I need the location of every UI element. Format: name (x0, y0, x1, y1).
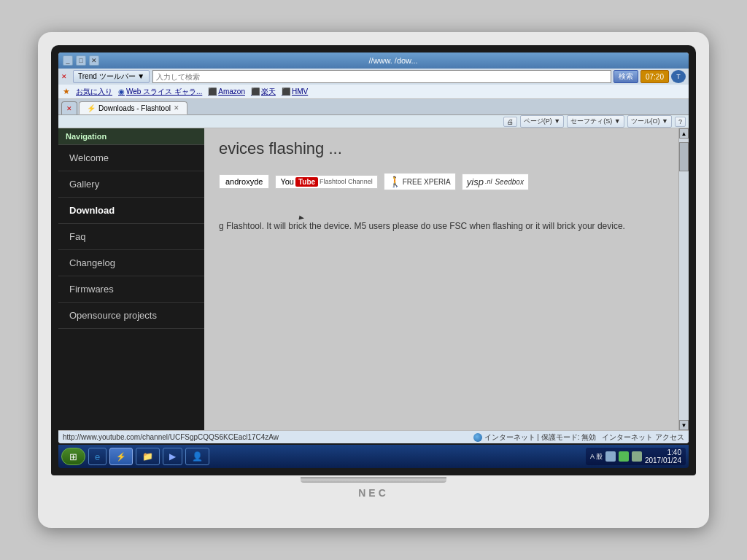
scrollbar-track[interactable] (679, 139, 689, 420)
sidebar-title: Navigation (58, 128, 204, 145)
tab-close-icon[interactable]: ✕ (174, 104, 179, 112)
taskbar-app-folder[interactable]: 📁 (136, 448, 160, 465)
sidebar-item-firmwares[interactable]: Firmwares (58, 276, 204, 303)
media-taskbar-icon: ▶ (169, 451, 176, 462)
flashtool-taskbar-icon: ⚡ (116, 452, 126, 462)
windows-logo-icon: ⊞ (69, 451, 77, 462)
tab-downloads-flashtool[interactable]: ⚡ Downloads - Flashtool ✕ (79, 101, 187, 114)
scrollbar: ▲ ▼ (678, 128, 689, 430)
hmv-icon: ⬛ (282, 88, 290, 96)
tab-close-btn[interactable]: ✕ (61, 101, 77, 114)
ie-toolbar: 🖨 ページ(P) ▼ セーフティ(S) ▼ ツール(O) ▼ ? (58, 115, 689, 128)
sidebar-item-gallery[interactable]: Gallery (58, 171, 204, 198)
taskbar-app-user[interactable]: 👤 (185, 448, 209, 465)
fav-item-okiniiri[interactable]: お気に入り (76, 87, 112, 97)
ie-tools-btn[interactable]: ツール(O) ▼ (627, 115, 672, 128)
scrollbar-up-btn[interactable]: ▲ (679, 128, 689, 139)
sponsor-androxyde[interactable]: androxyde (219, 174, 269, 189)
ie-taskbar-icon: e (95, 451, 100, 462)
rakuten-icon: ⬛ (251, 88, 260, 96)
browser-window: _ □ ✕ //www. /dow... ✕ Trend ツールバー ▼ 検索 … (58, 52, 689, 443)
sponsor-youtube[interactable]: You Tube Flashtool Channel (275, 175, 377, 189)
status-right: インターネット | 保護モード: 無効 インターネット アクセス (473, 432, 685, 443)
flashtool-channel-label: Flashtool Channel (320, 178, 373, 185)
tray-network-icon[interactable] (619, 451, 629, 462)
sidebar-item-changelog[interactable]: Changelog (58, 250, 204, 276)
trend-search-input[interactable] (152, 70, 611, 83)
sidebar-item-download[interactable]: Download (58, 198, 204, 224)
ie-page-btn[interactable]: ページ(P) ▼ (520, 115, 564, 128)
sponsor-free-xperia[interactable]: 🚶 FREE XPERIA (384, 173, 456, 190)
taskbar-app-media[interactable]: ▶ (163, 448, 182, 465)
favorites-star-icon: ★ (63, 87, 70, 96)
tray-volume-icon[interactable] (605, 451, 616, 462)
amazon-icon: ⬛ (208, 88, 217, 96)
laptop-brand: NEC (358, 487, 389, 499)
laptop-shell: _ □ ✕ //www. /dow... ✕ Trend ツールバー ▼ 検索 … (38, 32, 709, 528)
status-bar: http://www.youtube.com/channel/UCFSgpCQQ… (58, 430, 689, 443)
maximize-button[interactable]: □ (76, 55, 86, 66)
fav-item-hmv[interactable]: ⬛ HMV (282, 88, 308, 96)
free-xperia-label: FREE XPERIA (403, 178, 451, 186)
yisp-label: yisp (467, 176, 484, 187)
scrollbar-thumb[interactable] (679, 142, 689, 171)
tray-battery-icon[interactable] (632, 451, 642, 462)
seedbox-label: Seedbox (495, 178, 523, 186)
minimize-button[interactable]: _ (63, 55, 73, 66)
sponsor-yisp[interactable]: yisp .nl Seedbox (462, 174, 529, 190)
status-zone: インターネット | 保護モード: 無効 (473, 432, 597, 443)
fav-item-rakuten[interactable]: ⬛ 楽天 (251, 87, 276, 97)
close-button[interactable]: ✕ (89, 55, 99, 66)
favorites-bar: ★ お気に入り ◉ Web スライス ギャラ... ⬛ Amazon ⬛ 楽天 … (58, 85, 689, 99)
tab-favicon: ⚡ (87, 104, 96, 112)
status-url: http://www.youtube.com/channel/UCFSgpCQQ… (63, 433, 473, 441)
main-content: evices flashing ... androxyde You Tube F… (204, 128, 678, 430)
sidebar-item-welcome[interactable]: Welcome (58, 145, 204, 171)
taskbar-app-flashtool[interactable]: ⚡ (109, 448, 133, 465)
close-trend-btn[interactable]: ✕ (61, 73, 67, 80)
web-icon: ◉ (118, 88, 125, 96)
sidebar-item-opensource[interactable]: Opensource projects (58, 303, 204, 329)
tray-clock: 1:40 2017/01/24 (645, 448, 681, 464)
fav-item-amazon[interactable]: ⬛ Amazon (208, 88, 245, 96)
title-bar-text: //www. /dow... (102, 56, 684, 65)
content-area: Navigation Welcome Gallery Download Faq … (58, 128, 689, 430)
trend-toolbar-btn[interactable]: Trend ツールバー ▼ (73, 70, 150, 83)
page-heading: evices flashing ... (219, 139, 664, 158)
taskbar-app-ie[interactable]: e (88, 448, 107, 465)
youtube-you-label: You (280, 177, 294, 186)
trend-toolbar-row: ✕ Trend ツールバー ▼ 検索 07:20 T (58, 69, 689, 85)
fav-item-webslice[interactable]: ◉ Web スライス ギャラ... (118, 87, 202, 97)
trend-extra-btn[interactable]: 07:20 (640, 70, 669, 83)
trend-icon: T (671, 70, 686, 83)
youtube-tube-label: Tube (295, 177, 318, 187)
warning-text: g Flashtool. It will brick the device. M… (219, 219, 664, 233)
scrollbar-down-btn[interactable]: ▼ (679, 420, 689, 430)
xperia-person-icon: 🚶 (389, 176, 401, 187)
sidebar-item-faq[interactable]: Faq (58, 224, 204, 250)
start-button[interactable]: ⊞ (61, 448, 85, 465)
ie-safety-btn[interactable]: セーフティ(S) ▼ (567, 115, 624, 128)
sponsors-bar: androxyde You Tube Flashtool Channel 🚶 F… (219, 173, 664, 190)
sidebar: Navigation Welcome Gallery Download Faq … (58, 128, 204, 430)
trend-search-button[interactable]: 検索 (614, 70, 638, 83)
user-taskbar-icon: 👤 (192, 451, 203, 462)
title-bar: _ □ ✕ //www. /dow... (58, 52, 689, 69)
tray-text: A 股 (590, 452, 603, 462)
tab-bar: ✕ ⚡ Downloads - Flashtool ✕ (58, 99, 689, 115)
folder-taskbar-icon: 📁 (142, 451, 153, 462)
ie-help-btn[interactable]: ? (675, 117, 686, 127)
tab-x-icon: ✕ (66, 105, 72, 112)
ie-print-btn[interactable]: 🖨 (503, 117, 517, 127)
system-tray: A 股 1:40 2017/01/24 (586, 448, 686, 465)
laptop-hinge (301, 477, 446, 483)
androxyde-label: androxyde (225, 177, 263, 186)
screen-bezel: _ □ ✕ //www. /dow... ✕ Trend ツールバー ▼ 検索 … (51, 45, 696, 475)
yisp-nl-label: .nl (485, 178, 492, 185)
internet-globe-icon (473, 433, 482, 442)
taskbar: ⊞ e ⚡ 📁 ▶ 👤 A 股 (58, 445, 689, 468)
